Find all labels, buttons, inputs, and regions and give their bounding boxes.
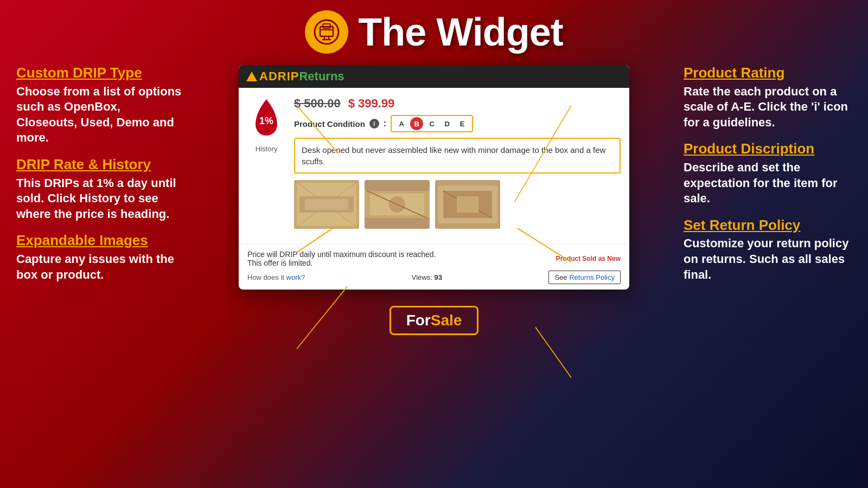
drip-message-1: Price will DRIP daily until maximum disc… [247, 250, 436, 259]
returns-policy-button[interactable]: See Returns Policy [548, 271, 621, 284]
forsale-badge: ForSale [390, 306, 479, 335]
feature-title-custom-drip-type: Custom DRIP Type [16, 65, 184, 81]
description-box[interactable]: Desk opened but never assembled like new… [294, 138, 621, 174]
widget-container: ADRIP Returns 1% [239, 65, 629, 290]
right-column: Product Rating Rate the each product on … [673, 60, 857, 488]
drip-logo: ADRIP Returns [246, 69, 344, 84]
feature-desc-product-rating: Rate the each product on a scale of A-E.… [684, 84, 852, 131]
price-row: $ 500.00 $ 399.99 [294, 97, 621, 111]
main-layout: Custom DRIP Type Choose from a list of o… [0, 60, 868, 488]
feature-product-rating: Product Rating Rate the each product on … [684, 65, 852, 130]
how-it-works-link[interactable]: work? [286, 273, 305, 281]
footer-main-row: Price will DRIP daily until maximum disc… [247, 250, 621, 267]
feature-drip-rate-history: DRIP Rate & History This DRIPs at 1% a d… [16, 157, 184, 222]
condition-c-button[interactable]: C [425, 117, 438, 130]
widget-footer: Price will DRIP daily until maximum disc… [239, 244, 629, 290]
feature-desc-drip-rate-history: This DRIPs at 1% a day until sold. Click… [16, 176, 184, 222]
center-column: ADRIP Returns 1% [195, 60, 673, 488]
returns-link[interactable]: Returns Policy [569, 273, 615, 281]
product-images-row [294, 180, 621, 229]
condition-buttons: A B C D E [391, 115, 473, 132]
feature-custom-drip-type: Custom DRIP Type Choose from a list of o… [16, 65, 184, 146]
widget-top-row: 1% History $ 500.00 $ 399.99 Product C [247, 97, 621, 180]
feature-set-return-policy: Set Return Policy Customize your return … [684, 217, 852, 282]
main-title: The Widget [358, 10, 563, 54]
feature-desc-product-description: Describe and set the expectation for the… [684, 160, 852, 207]
widget-icon [305, 10, 348, 54]
views-text: Views: 93 [412, 273, 442, 281]
product-image-3[interactable] [435, 180, 500, 229]
widget-header-bar: ADRIP Returns [239, 65, 629, 88]
condition-info-icon[interactable]: i [369, 119, 379, 129]
widget-details: $ 500.00 $ 399.99 Product Condition i : … [294, 97, 621, 180]
drop-icon: 1% [247, 97, 285, 143]
drip-percent: 1% [259, 115, 273, 126]
condition-b-button[interactable]: B [410, 117, 423, 130]
condition-d-button[interactable]: D [441, 117, 454, 130]
feature-title-product-rating: Product Rating [684, 65, 852, 81]
product-image-2[interactable] [365, 180, 430, 229]
price-sale: $ 399.99 [348, 97, 395, 111]
price-original: $ 500.00 [294, 97, 341, 111]
feature-title-product-description: Product Discription [684, 141, 852, 157]
forsale-sale: Sale [431, 312, 462, 329]
condition-a-button[interactable]: A [395, 117, 408, 130]
feature-desc-set-return-policy: Customize your return policy on returns.… [684, 236, 852, 282]
feature-title-drip-rate-history: DRIP Rate & History [16, 157, 184, 172]
feature-title-set-return-policy: Set Return Policy [684, 217, 852, 233]
feature-expandable-images: Expandable Images Capture any issues wit… [16, 233, 184, 282]
drip-messages: Price will DRIP daily until maximum disc… [247, 250, 436, 267]
views-count: 93 [434, 273, 442, 281]
footer-bottom-row: How does it work? Views: 93 See Returns … [247, 271, 621, 284]
drip-badge: 1% History [247, 97, 285, 153]
center-inner: ADRIP Returns 1% [239, 60, 629, 335]
how-it-works: How does it work? [247, 273, 305, 281]
feature-product-description: Product Discription Describe and set the… [684, 141, 852, 206]
feature-desc-expandable-images: Capture any issues with the box or produ… [16, 252, 184, 282]
returns-text: Returns [299, 69, 344, 84]
drip-text: ADRIP [259, 69, 299, 84]
feature-title-expandable-images: Expandable Images [16, 233, 184, 248]
how-it-works-pre: How does it [247, 273, 284, 281]
drip-message-2: This offer is limited. [247, 259, 436, 267]
condition-colon: : [384, 119, 386, 129]
sold-as-new-badge[interactable]: Product Sold as New [556, 255, 621, 262]
svg-rect-12 [305, 199, 348, 210]
returns-pre: See [554, 273, 567, 281]
left-column: Custom DRIP Type Choose from a list of o… [11, 60, 195, 488]
history-label[interactable]: History [256, 145, 277, 153]
views-label: Views: [412, 273, 432, 281]
feature-desc-custom-drip-type: Choose from a list of options such as Op… [16, 84, 184, 146]
product-image-1[interactable] [294, 180, 359, 229]
page-header: The Widget [0, 0, 868, 60]
drip-triangle-icon [246, 72, 257, 81]
condition-label: Product Condition [294, 119, 365, 129]
forsale-for: For [406, 312, 431, 329]
condition-e-button[interactable]: E [456, 117, 469, 130]
condition-row: Product Condition i : A B C D E [294, 115, 621, 132]
widget-body: 1% History $ 500.00 $ 399.99 Product C [239, 88, 629, 244]
svg-rect-22 [457, 196, 478, 213]
